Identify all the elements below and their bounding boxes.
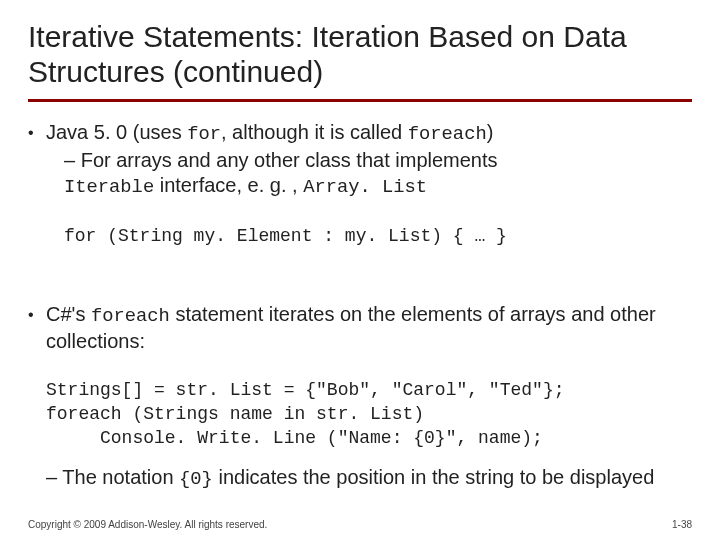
- java-text-post: ): [487, 121, 494, 143]
- slide-footer: Copyright © 2009 Addison-Wesley. All rig…: [28, 519, 692, 530]
- code-foreach-cs: foreach: [91, 305, 170, 327]
- bullet-item-csharp: C#'s foreach statement iterates on the e…: [28, 302, 692, 491]
- bullet-item-java: Java 5. 0 (uses for, although it is call…: [28, 120, 692, 248]
- copyright-text: Copyright © 2009 Addison-Wesley. All rig…: [28, 519, 267, 530]
- slide: Iterative Statements: Iteration Based on…: [0, 0, 720, 540]
- title-divider: [28, 99, 692, 102]
- java-code-block: for (String my. Element : my. List) { … …: [64, 224, 692, 248]
- note-post: indicates the position in the string to …: [213, 466, 654, 488]
- java-sub-pre: For arrays and any other class that impl…: [81, 149, 498, 171]
- csharp-note: The notation {0} indicates the position …: [46, 465, 692, 491]
- slide-body: Java 5. 0 (uses for, although it is call…: [28, 120, 692, 491]
- bullet-list: Java 5. 0 (uses for, although it is call…: [28, 120, 692, 491]
- code-for: for: [187, 123, 221, 145]
- java-text-mid: , although it is called: [221, 121, 408, 143]
- slide-title: Iterative Statements: Iteration Based on…: [28, 20, 692, 89]
- code-foreach: foreach: [408, 123, 487, 145]
- code-arraylist: Array. List: [303, 176, 427, 198]
- cs-text-pre: C#'s: [46, 303, 91, 325]
- note-pre: The notation: [62, 466, 179, 488]
- page-number: 1-38: [672, 519, 692, 530]
- note-code: {0}: [179, 468, 213, 490]
- dash-prefix: [64, 149, 81, 171]
- code-iterable: Iterable: [64, 176, 154, 198]
- java-subline: For arrays and any other class that impl…: [46, 148, 692, 199]
- csharp-code-block: Strings[] = str. List = {"Bob", "Carol",…: [46, 378, 692, 451]
- java-text-pre: Java 5. 0 (uses: [46, 121, 187, 143]
- java-sub-mid: interface, e. g. ,: [154, 174, 303, 196]
